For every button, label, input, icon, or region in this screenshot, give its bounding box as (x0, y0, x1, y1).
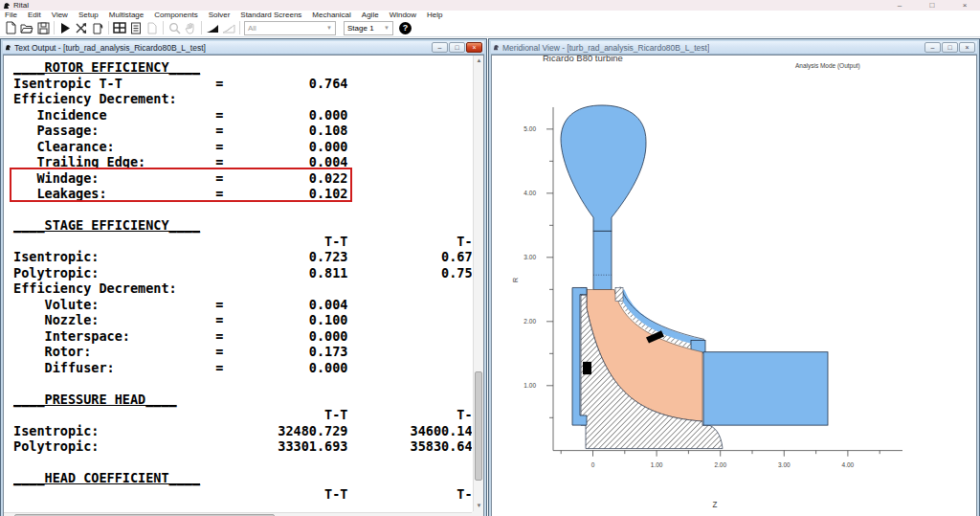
app-icon (493, 44, 500, 51)
zoom-icon (167, 20, 182, 35)
highlight-annotation (10, 168, 352, 202)
main-titlebar[interactable]: Rital – □ × (0, 0, 980, 11)
menu-agile[interactable]: Agile (362, 11, 379, 19)
app-icon (3, 2, 11, 10)
svg-text:4.00: 4.00 (523, 190, 536, 196)
text-line: Polytropic: 0.811 0.754 (13, 265, 472, 281)
app-icon (5, 44, 11, 51)
svg-text:2.00: 2.00 (714, 461, 726, 468)
volute-inlet-shape (561, 105, 646, 231)
svg-text:0: 0 (591, 461, 595, 468)
text-line (13, 202, 472, 218)
meridional-view-window: Meridional View - [turb_rad_analysis_Ric… (488, 38, 980, 516)
menu-bar: FileEditViewSetupMultistageComponentsSol… (0, 11, 980, 19)
text-line: Diffuser: = 0.000 (13, 360, 472, 376)
meridional-plot: Ricardo B80 turbine Analysis Mode (Outpu… (492, 56, 976, 516)
svg-text:5.00: 5.00 (523, 125, 536, 132)
nozzle-wall-right (615, 287, 623, 301)
save-icon[interactable] (35, 20, 51, 35)
run-icon[interactable] (57, 20, 73, 35)
menu-help[interactable]: Help (427, 11, 442, 19)
text-line: Interspace: = 0.000 (13, 328, 472, 345)
chevron-down-icon: ▼ (384, 25, 390, 31)
filter-dropdown[interactable]: All▼ (244, 21, 336, 35)
close-button[interactable]: × (955, 0, 974, 11)
x-axis-label: Z (713, 501, 718, 509)
text-line: T-T T-S (13, 407, 472, 423)
new-file-icon[interactable] (3, 20, 18, 35)
maximize-button[interactable]: □ (923, 0, 942, 11)
svg-text:1.00: 1.00 (523, 382, 536, 389)
scroll-down-icon[interactable]: ▼ (474, 501, 484, 511)
report-icon[interactable] (128, 20, 144, 35)
open-file-icon[interactable] (19, 20, 34, 35)
plot-title: Ricardo B80 turbine (543, 56, 623, 63)
text-line: Polytropic: 33301.693 35830.642 (13, 438, 472, 455)
page-flip-icon[interactable] (90, 20, 105, 35)
inlet-channel (593, 231, 612, 289)
meridional-titlebar[interactable]: Meridional View - [turb_rad_analysis_Ric… (491, 41, 977, 55)
text-line: Volute: = 0.004 (13, 297, 472, 313)
menu-multistage[interactable]: Multistage (109, 11, 144, 19)
pan-icon (183, 20, 198, 35)
chevron-down-icon: ▼ (326, 25, 332, 31)
child-maximize-button[interactable]: □ (449, 42, 465, 53)
menu-setup[interactable]: Setup (78, 11, 99, 19)
menu-edit[interactable]: Edit (28, 11, 41, 19)
section-heading: ____STAGE EFFICIENCY____ (13, 217, 472, 234)
turbine-geometry (561, 105, 828, 449)
menu-file[interactable]: File (5, 11, 17, 19)
section-heading: ____HEAD COEFFICIENT____ (13, 470, 472, 486)
svg-text:1.00: 1.00 (651, 461, 663, 468)
menu-mechanical[interactable]: Mechanical (312, 11, 350, 19)
menu-view[interactable]: View (52, 11, 68, 19)
text-line: Efficiency Decrement: (13, 280, 472, 297)
child-minimize-button[interactable]: – (924, 42, 941, 53)
menu-components[interactable]: Components (154, 11, 197, 19)
text-line: Efficiency Decrement: (13, 91, 472, 107)
minimize-button[interactable]: – (890, 0, 909, 11)
help-button[interactable]: ? (399, 22, 412, 34)
text-output-title: Text Output - [turb_rad_analysis_Ricardo… (14, 43, 206, 53)
text-line (13, 455, 472, 471)
text-line: Rotor: = 0.173 (13, 344, 472, 360)
text-line: T-T T-S (13, 486, 472, 503)
text-line: Nozzle: = 0.100 (13, 312, 472, 328)
text-output-window: Text Output - [turb_rad_analysis_Ricardo… (0, 38, 487, 516)
child-maximize-button[interactable]: □ (942, 42, 958, 53)
scroll-up-icon[interactable]: ▲ (474, 56, 484, 66)
blank-page-icon (145, 20, 160, 35)
text-line: Isentropic: 32480.729 34600.142 (13, 423, 472, 439)
svg-text:4.00: 4.00 (842, 461, 855, 468)
exit-duct (703, 352, 828, 425)
text-line: Passage: = 0.108 (13, 123, 472, 139)
svg-text:3.00: 3.00 (523, 254, 536, 260)
seal-marker-hub (583, 362, 591, 374)
child-close-button[interactable]: × (466, 42, 482, 53)
menu-window[interactable]: Window (390, 11, 416, 19)
text-line (13, 375, 472, 392)
multistage-icon[interactable] (74, 20, 89, 35)
text-line: T-T T-S (13, 234, 472, 250)
child-minimize-button[interactable]: – (432, 42, 448, 53)
text-line: Isentropic T-T = 0.764 (13, 76, 472, 92)
meridional-plot-icon[interactable] (205, 20, 220, 35)
vertical-scroll-thumb[interactable] (475, 371, 482, 481)
y-axis-label: R (512, 278, 519, 282)
svg-text:2.00: 2.00 (523, 318, 536, 325)
text-output-content: ____ROTOR EFFICIENCY____Isentropic T-T =… (4, 56, 472, 511)
analysis-mode-label: Analysis Mode (Output) (795, 62, 860, 70)
section-heading: ____PRESSURE HEAD____ (13, 392, 472, 408)
vertical-scrollbar[interactable]: ▲ ▼ (473, 56, 483, 511)
text-line: Isentropic: 0.723 0.679 (13, 249, 472, 265)
section-heading: ____ROTOR EFFICIENCY____ (13, 59, 472, 76)
child-close-button[interactable]: × (959, 42, 975, 53)
menu-solver[interactable]: Solver (209, 11, 231, 19)
toolbar: All▼ Stage 1▼ ? (0, 19, 980, 37)
menu-standard-screens[interactable]: Standard Screens (240, 11, 301, 19)
svg-text:3.00: 3.00 (778, 461, 791, 468)
horizontal-scrollbar[interactable]: ◀ ▶ (4, 512, 472, 516)
text-output-titlebar[interactable]: Text Output - [turb_rad_analysis_Ricardo… (3, 41, 484, 55)
grid-icon[interactable] (112, 20, 127, 35)
stage-dropdown[interactable]: Stage 1▼ (344, 21, 393, 35)
